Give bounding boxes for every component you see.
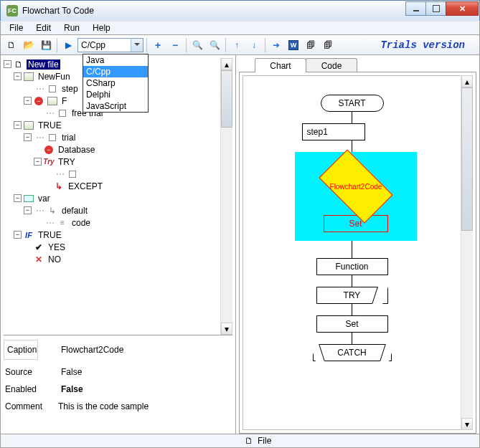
prop-value-source: False (61, 367, 82, 377)
move-down-button[interactable] (246, 37, 262, 53)
try-icon: Try (43, 156, 55, 168)
fc-highlight: Flowchart2Code Set (295, 152, 417, 241)
collapse-icon[interactable]: − (24, 133, 32, 141)
fc-decision[interactable]: Flowchart2Code (319, 149, 392, 223)
tree-scrollbar[interactable]: ▴ ▾ (220, 58, 232, 335)
code-icon (57, 217, 68, 229)
collapse-icon[interactable]: − (4, 60, 11, 68)
prop-label-comment: Comment (4, 401, 38, 411)
menu-run[interactable]: Run (58, 22, 85, 34)
tree-item[interactable]: Database (57, 145, 96, 155)
scroll-up-icon[interactable]: ▴ (221, 58, 232, 70)
collapse-icon[interactable]: − (14, 121, 22, 129)
tree-item[interactable]: default (60, 206, 89, 216)
zoom-in-button[interactable] (189, 37, 205, 53)
fc-start[interactable]: START (321, 95, 384, 112)
collapse-icon[interactable]: − (14, 72, 22, 80)
add-button[interactable] (150, 37, 166, 53)
print-button[interactable] (303, 37, 319, 53)
tree-item[interactable]: trial (60, 133, 77, 143)
chart-pane: START step1 Flowchart2Code Set Function … (239, 72, 476, 434)
prop-label-enabled: Enabled (4, 384, 38, 394)
connector-icon: ⋯ (36, 84, 45, 94)
minimize-button[interactable] (405, 1, 426, 16)
preview-button[interactable] (320, 37, 336, 53)
tab-code[interactable]: Code (306, 58, 357, 72)
dropdown-option[interactable]: JavaScript (83, 100, 148, 112)
collapse-icon[interactable]: − (24, 206, 32, 214)
remove-button[interactable] (167, 37, 183, 53)
new-button[interactable] (4, 37, 19, 53)
block-icon (47, 83, 58, 95)
block-icon (67, 168, 78, 180)
fc-decision-label: Flowchart2Code (329, 183, 382, 191)
fc-set2[interactable]: Set (316, 315, 388, 333)
tree-item[interactable]: YES (47, 242, 67, 252)
scroll-thumb[interactable] (221, 70, 232, 128)
tree-item-root[interactable]: New file (27, 59, 60, 70)
tree-item[interactable]: TRY (57, 157, 77, 167)
prop-value-comment: This is the code sample (58, 401, 149, 411)
tree-item[interactable]: TRUE (37, 230, 63, 240)
dropdown-option[interactable]: C/Cpp (83, 66, 148, 77)
tree-item[interactable]: NO (47, 254, 62, 264)
default-icon (47, 205, 58, 216)
fc-catch[interactable]: CATCH (313, 344, 392, 361)
tab-chart[interactable]: Chart (255, 58, 306, 72)
separator (225, 38, 226, 52)
scroll-down-icon[interactable]: ▾ (221, 323, 232, 335)
connector (352, 140, 352, 152)
tree-item[interactable]: code (70, 218, 92, 228)
move-up-button[interactable] (229, 37, 245, 53)
open-button[interactable] (21, 37, 37, 53)
scroll-down-icon[interactable]: ▾ (461, 418, 473, 430)
app-icon: FC (6, 5, 18, 16)
save-button[interactable] (38, 37, 54, 53)
close-button[interactable] (446, 1, 479, 16)
connector-icon: ⋯ (56, 169, 65, 179)
word-button[interactable]: W (286, 37, 301, 53)
menu-file[interactable]: File (4, 22, 29, 34)
tree-item[interactable]: F (60, 96, 68, 106)
word-icon: W (288, 40, 298, 50)
titlebar: FC Flowchart To Code (0, 0, 480, 21)
file-icon (245, 436, 253, 446)
run-button[interactable] (60, 37, 76, 53)
collapse-icon[interactable]: − (24, 97, 32, 105)
tree-item[interactable]: var (37, 194, 52, 204)
connector (352, 275, 352, 287)
scroll-up-icon[interactable]: ▴ (461, 75, 473, 87)
fc-set[interactable]: Set (324, 215, 388, 232)
connector-icon: ⋯ (36, 206, 45, 216)
menu-help[interactable]: Help (87, 22, 116, 34)
collapse-icon[interactable]: − (34, 158, 42, 166)
tree-item[interactable]: step (60, 84, 80, 94)
separator (186, 38, 187, 52)
fc-step[interactable]: step1 (302, 123, 365, 140)
block-icon (47, 132, 58, 143)
dropdown-option[interactable]: CSharp (83, 77, 148, 89)
fc-function[interactable]: Function (316, 258, 388, 275)
tree-item[interactable]: EXCEPT (67, 181, 104, 191)
menubar: File Edit Run Help (0, 21, 480, 35)
tree-item[interactable]: TRUE (37, 120, 63, 130)
scroll-thumb[interactable] (461, 87, 473, 231)
menu-edit[interactable]: Edit (30, 22, 57, 34)
export-button[interactable] (268, 37, 284, 53)
tree-item[interactable]: NewFun (37, 72, 72, 82)
right-pane: Chart Code START step1 Flowchart2Code Se… (236, 55, 479, 434)
collapse-icon[interactable]: − (14, 231, 22, 239)
maximize-button[interactable] (425, 1, 446, 16)
zoom-out-button[interactable] (207, 37, 222, 53)
dropdown-option[interactable]: Delphi (83, 89, 148, 100)
chevron-down-icon[interactable] (131, 39, 143, 52)
dropdown-option[interactable]: Java (83, 54, 148, 66)
flowchart: START step1 Flowchart2Code Set Function … (288, 95, 417, 361)
language-dropdown: Java C/Cpp CSharp Delphi JavaScript (83, 54, 149, 113)
language-combo[interactable]: C/Cpp (77, 38, 143, 52)
block-icon (57, 108, 68, 119)
chart-scrollbar[interactable]: ▴ ▾ (461, 75, 473, 430)
chart-canvas[interactable]: START step1 Flowchart2Code Set Function … (243, 75, 461, 430)
fc-try[interactable]: TRY (316, 287, 388, 304)
collapse-icon[interactable]: − (14, 194, 22, 202)
